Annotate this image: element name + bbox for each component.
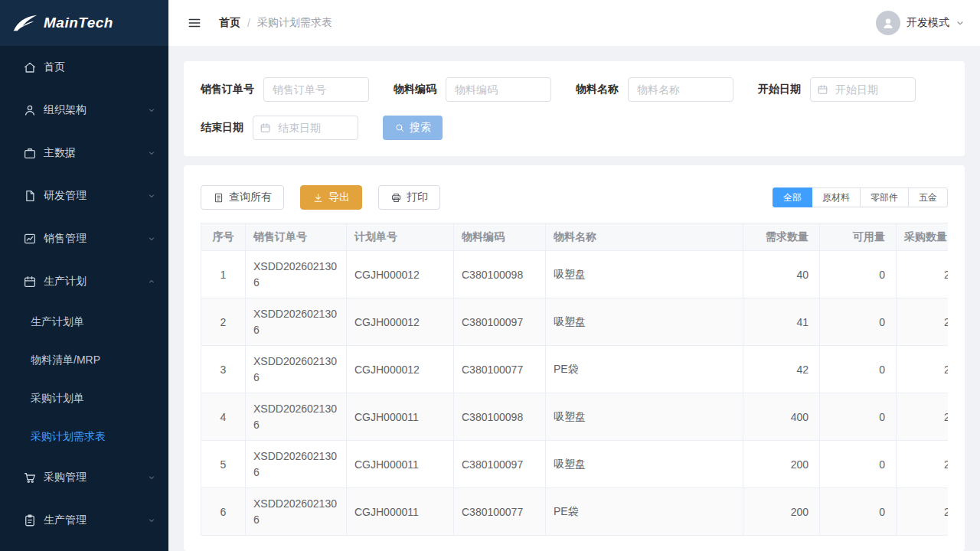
filter-field-material-name: 物料名称: [576, 77, 733, 102]
category-tab-hardware[interactable]: 五金: [908, 187, 948, 207]
filter-field-material-code: 物料编码: [394, 77, 551, 102]
search-button[interactable]: 搜索: [383, 116, 443, 140]
table-cell: 6: [201, 488, 246, 536]
sidebar-item-label: 生产计划: [44, 275, 147, 289]
table-header-cell: 可用量: [820, 223, 897, 251]
breadcrumb-home[interactable]: 首页: [219, 16, 240, 30]
calendar-icon: [23, 275, 37, 289]
table-cell: 41: [743, 298, 820, 346]
table-cell: PE袋: [546, 346, 743, 393]
sidebar-item-rd-management[interactable]: 研发管理: [0, 174, 168, 217]
table-header-cell: 计划单号: [347, 223, 454, 251]
filter-label-start-date: 开始日期: [758, 83, 801, 96]
filter-label-sales-order-no: 销售订单号: [201, 83, 254, 96]
filter-label-material-name: 物料名称: [576, 83, 619, 96]
table-cell: C380100097: [454, 298, 546, 346]
table-header-cell: 物料编码: [454, 223, 546, 251]
sidebar-item-label: 采购管理: [44, 471, 147, 484]
table-row: 3XSDD2026021306CGJH000012C380100077PE袋42…: [201, 346, 949, 393]
sidebar-item-production-plan[interactable]: 生产计划: [0, 260, 168, 303]
sidebar-item-home[interactable]: 首页: [0, 46, 168, 89]
cart-icon: [23, 471, 37, 484]
table-cell: 0: [820, 393, 897, 441]
query-all-button[interactable]: 查询所有: [201, 185, 284, 210]
sidebar-subitem-production-plan-order[interactable]: 生产计划单: [0, 303, 168, 341]
table-cell: 1: [201, 251, 246, 298]
filter-field-sales-order-no: 销售订单号: [201, 77, 369, 102]
date-input-wrap: [810, 77, 916, 102]
material-name-input[interactable]: [628, 77, 733, 102]
category-tab-all[interactable]: 全部: [773, 187, 812, 207]
avatar[interactable]: [876, 11, 900, 35]
table-cell: CGJH000012: [347, 346, 454, 393]
logo[interactable]: MainTech: [0, 0, 168, 46]
filter-field-end-date: 结束日期: [201, 116, 358, 140]
sidebar-item-label: 生产管理: [44, 514, 147, 527]
calendar-icon: [260, 122, 271, 134]
table-cell: 5: [201, 441, 246, 488]
sidebar-item-master-data[interactable]: 主数据: [0, 132, 168, 174]
mode-label: 开发模式: [906, 16, 949, 30]
sidebar-item-purchase-management[interactable]: 采购管理: [0, 456, 168, 499]
logo-text: MainTech: [44, 15, 113, 31]
filter-label-end-date: 结束日期: [201, 121, 243, 135]
file-icon: [23, 189, 37, 203]
category-tab-raw-material[interactable]: 原材料: [812, 187, 861, 207]
table-cell: 0: [820, 251, 897, 298]
sales-order-no-input[interactable]: [263, 77, 369, 102]
briefcase-icon: [23, 146, 37, 160]
table-cell: 吸塑盘: [546, 441, 743, 488]
table-cell: 3: [201, 346, 246, 393]
breadcrumb-separator: /: [247, 17, 250, 29]
table-cell: C380100097: [454, 441, 546, 488]
user-mode-dropdown[interactable]: 开发模式: [876, 11, 965, 35]
print-button[interactable]: 打印: [378, 185, 440, 210]
filter-field-start-date: 开始日期: [758, 77, 916, 102]
table-cell: 200: [743, 488, 820, 536]
table-cell: 2: [897, 488, 949, 536]
table-cell: 400: [743, 393, 820, 441]
sidebar-item-organization[interactable]: 组织架构: [0, 89, 168, 132]
table-cell: 2: [897, 346, 949, 393]
table-cell: 2: [897, 298, 949, 346]
chevron-down-icon: [147, 516, 156, 525]
table-row: 5XSDD2026021306CGJH000011C380100097吸塑盘20…: [201, 441, 949, 488]
main-area: 首页 / 采购计划需求表 开发模式 销售订单号物料编码物料名称开始日期结束日期搜…: [168, 0, 980, 551]
page-content: 销售订单号物料编码物料名称开始日期结束日期搜索 查询所有 导出: [168, 46, 980, 551]
table-cell: CGJH000012: [347, 298, 454, 346]
search-button-label: 搜索: [410, 121, 431, 135]
table-row: 2XSDD2026021306CGJH000012C380100097吸塑盘41…: [201, 298, 949, 346]
sidebar-item-label: 研发管理: [44, 189, 147, 203]
menu-fold-icon[interactable]: [187, 15, 202, 31]
table-cell: 40: [743, 251, 820, 298]
table-header-cell: 序号: [201, 223, 246, 251]
table-wrap: 序号销售订单号计划单号物料编码物料名称需求数量可用量采购数量 1XSDD2026…: [201, 223, 948, 536]
sidebar-subitem-purchase-plan-order[interactable]: 采购计划单: [0, 380, 168, 418]
table-header-cell: 采购数量: [897, 223, 949, 251]
table-cell: PE袋: [546, 488, 743, 536]
sidebar-subitem-bom-mrp[interactable]: 物料清单/MRP: [0, 341, 168, 380]
table-row: 4XSDD2026021306CGJH000011C380100098吸塑盘40…: [201, 393, 949, 441]
material-code-input[interactable]: [446, 77, 551, 102]
table-cell: 2: [897, 393, 949, 441]
chevron-up-icon: [147, 277, 156, 286]
chevron-down-icon: [956, 18, 965, 28]
chevron-down-icon: [147, 191, 156, 201]
filter-card: 销售订单号物料编码物料名称开始日期结束日期搜索: [184, 61, 965, 156]
table-cell: 0: [820, 488, 897, 536]
sidebar-subitem-purchase-plan-demand[interactable]: 采购计划需求表: [0, 418, 168, 456]
table-header-row: 序号销售订单号计划单号物料编码物料名称需求数量可用量采购数量: [201, 223, 949, 251]
table-cell: XSDD2026021306: [246, 251, 347, 298]
document-icon: [213, 192, 224, 204]
sidebar-item-label: 主数据: [44, 146, 147, 160]
category-tab-parts[interactable]: 零部件: [860, 187, 909, 207]
sidebar-item-production-management[interactable]: 生产管理: [0, 499, 168, 542]
table-cell: 2: [201, 298, 246, 346]
table-header-cell: 需求数量: [743, 223, 820, 251]
sidebar-item-sales-management[interactable]: 销售管理: [0, 217, 168, 260]
printer-icon: [390, 192, 402, 204]
table-cell: 4: [201, 393, 246, 441]
table-header-cell: 物料名称: [546, 223, 743, 251]
export-button[interactable]: 导出: [300, 185, 362, 210]
table-cell: C380100077: [454, 488, 546, 536]
